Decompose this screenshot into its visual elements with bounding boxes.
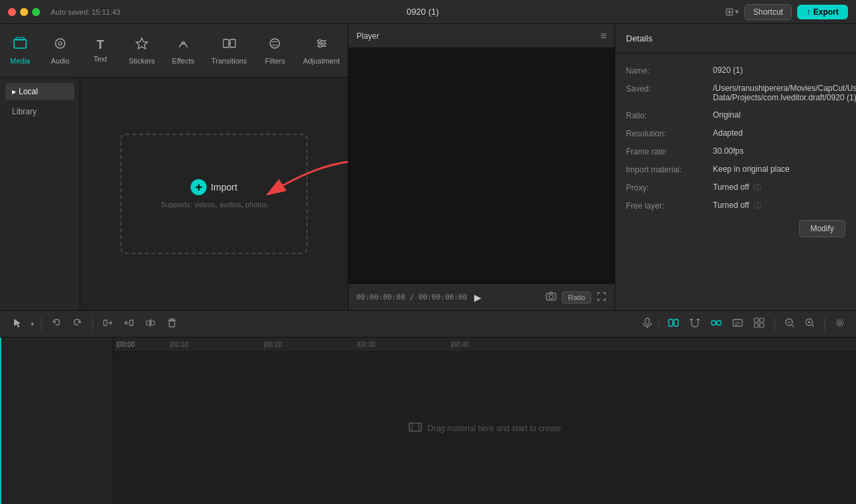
drag-hint-text: Drag material here and start to create (427, 424, 560, 433)
freelayer-value: Turned off ⓘ (713, 201, 845, 211)
export-button[interactable]: ↑ Export (797, 5, 848, 19)
sidebar-item-library[interactable]: Library (5, 103, 74, 120)
split-tool[interactable] (141, 315, 160, 333)
player-controls: 00:00:00:00 / 00:00:00:00 ▶ Ratio (348, 283, 615, 310)
name-label: Name: (626, 66, 713, 76)
modify-button[interactable]: Modify (799, 220, 845, 237)
camera-icon[interactable] (546, 291, 556, 303)
transitions-icon (222, 36, 237, 54)
svg-rect-18 (169, 321, 175, 327)
svg-rect-23 (717, 321, 721, 325)
fullscreen-button[interactable] (32, 8, 40, 16)
close-button[interactable] (8, 8, 16, 16)
adjustment-label: Adjustment (303, 57, 340, 65)
toolbar-divider-2 (92, 318, 93, 331)
autosaved-label: Auto saved: 15:11:43 (51, 8, 120, 16)
svg-point-2 (56, 39, 65, 48)
zoom-out-icon[interactable] (782, 315, 798, 333)
tool-media[interactable]: Media (0, 31, 40, 70)
ratio-value: Original (713, 110, 845, 120)
stickers-icon (134, 36, 149, 54)
svg-rect-19 (645, 318, 649, 324)
tool-filters[interactable]: Filters (255, 31, 295, 70)
ratio-button[interactable]: Ratio (562, 291, 591, 303)
svg-rect-5 (223, 39, 229, 47)
traffic-lights (8, 8, 40, 16)
timeline-ruler: |00:00 |00:10 |00:20 |00:30 |00:40 (114, 338, 856, 352)
tool-adjustment[interactable]: Adjustment (295, 31, 348, 70)
toolbar-divider-4 (774, 318, 775, 331)
svg-point-10 (319, 45, 322, 47)
player-viewport (348, 48, 615, 283)
subtitle-icon[interactable] (729, 314, 746, 334)
delete-tool[interactable] (163, 315, 181, 333)
name-value: 0920 (1) (713, 66, 845, 75)
track-labels (0, 338, 114, 504)
import-area[interactable]: + Import Supports: videos, audios, photo… (80, 78, 348, 310)
player-header: Player ≡ (348, 24, 615, 48)
titlebar-right: ⊞ ▾ Shortcut ↑ Export (725, 4, 848, 20)
freelayer-info-icon[interactable]: ⓘ (754, 201, 761, 209)
timecode: 00:00:00:00 / 00:00:00:00 (356, 293, 467, 301)
proxy-info-icon[interactable]: ⓘ (754, 183, 761, 191)
cursor-tool[interactable] (8, 315, 27, 333)
clip-snap-icon[interactable] (665, 314, 682, 334)
text-icon: T (97, 38, 104, 52)
details-body: Name: 0920 (1) Saved: /Users/ranushipere… (615, 53, 856, 245)
player-menu-icon[interactable]: ≡ (601, 30, 607, 42)
link-icon[interactable] (708, 314, 725, 334)
magnet-icon[interactable] (686, 314, 704, 334)
tool-stickers[interactable]: Stickers (120, 31, 163, 70)
details-title: Details (615, 24, 856, 53)
layout-icon[interactable]: ⊞ ▾ (725, 5, 739, 18)
cursor-dropdown[interactable]: ▾ (29, 318, 35, 330)
split-end-tool[interactable] (120, 315, 138, 333)
settings-icon[interactable] (832, 315, 848, 333)
shortcut-button[interactable]: Shortcut (744, 4, 792, 20)
svg-rect-15 (130, 320, 133, 326)
tool-text[interactable]: T Text (80, 33, 120, 68)
svg-rect-17 (151, 321, 154, 325)
detail-row-proxy: Proxy: Turned off ⓘ (626, 178, 845, 197)
framerate-value: 30.00fps (713, 146, 845, 156)
detail-row-resolution: Resolution: Adapted (626, 124, 845, 142)
svg-rect-26 (760, 318, 764, 322)
sidebar: ▶ Local Library (0, 78, 80, 310)
fullscreen-icon[interactable] (597, 291, 607, 303)
tool-effects[interactable]: Effects (163, 31, 203, 70)
resolution-label: Resolution: (626, 128, 713, 138)
video-frame-icon (409, 421, 422, 436)
proxy-label: Proxy: (626, 182, 713, 193)
minimize-button[interactable] (20, 8, 28, 16)
adjustment-icon (314, 36, 329, 54)
ruler-mark-0: |00:00 (116, 341, 170, 348)
svg-rect-22 (712, 321, 716, 325)
split-start-tool[interactable] (98, 315, 117, 333)
triangle-icon: ▶ (12, 89, 16, 95)
media-content: ▶ Local Library + Import Supports: vid (0, 78, 348, 310)
svg-point-9 (322, 42, 325, 45)
tool-audio[interactable]: Audio (40, 31, 80, 70)
play-button[interactable]: ▶ (474, 292, 481, 303)
saved-value: /Users/ranushiperera/Movies/CapCut/User … (713, 84, 856, 102)
media-icon (13, 36, 27, 54)
mic-button[interactable] (641, 317, 653, 331)
undo-button[interactable] (47, 315, 66, 333)
drag-hint: Drag material here and start to create (409, 421, 560, 436)
ruler-marks-container: |00:00 |00:10 |00:20 |00:30 |00:40 (114, 341, 856, 348)
left-panel: Media Audio T Text (0, 24, 348, 310)
import-box[interactable]: + Import Supports: videos, audios, photo… (120, 134, 308, 254)
import-button[interactable]: + Import (191, 179, 237, 195)
redo-button[interactable] (68, 315, 87, 333)
sidebar-item-local[interactable]: ▶ Local (5, 83, 74, 100)
detail-row-ratio: Ratio: Original (626, 106, 845, 124)
tool-transitions[interactable]: Transitions (203, 31, 255, 70)
grid-icon[interactable] (750, 314, 768, 334)
zoom-in-icon[interactable] (802, 315, 818, 333)
freelayer-label: Free layer: (626, 201, 713, 211)
filters-icon (268, 36, 282, 54)
ruler-mark-1: |00:10 (170, 341, 263, 348)
svg-point-3 (59, 42, 62, 45)
proxy-value: Turned off ⓘ (713, 182, 845, 193)
main-area: Media Audio T Text (0, 24, 856, 310)
